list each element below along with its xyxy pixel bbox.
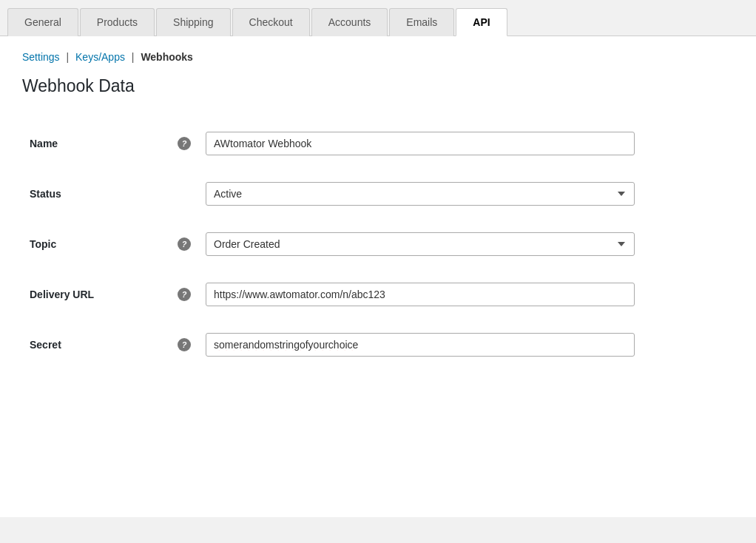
breadcrumb: Settings | Keys/Apps | Webhooks [22,51,734,63]
topic-select[interactable]: Order Created Order Updated Order Delete… [206,232,635,256]
secret-help-cell: ? [170,320,198,370]
delivery-url-help-icon[interactable]: ? [178,288,191,301]
name-help-icon[interactable]: ? [178,137,191,150]
breadcrumb-settings-link[interactable]: Settings [22,51,60,63]
tab-api[interactable]: API [456,8,507,36]
status-input-cell: Active Inactive [198,169,734,219]
main-content: Settings | Keys/Apps | Webhooks Webhook … [0,36,756,517]
status-label: Status [22,169,170,219]
secret-input[interactable] [206,333,635,357]
tab-products[interactable]: Products [80,8,155,36]
status-select[interactable]: Active Inactive [206,182,635,206]
tab-checkout[interactable]: Checkout [232,8,310,36]
status-row: Status Active Inactive [22,169,734,219]
tab-emails[interactable]: Emails [389,8,454,36]
name-input-cell [198,118,734,169]
delivery-url-row: Delivery URL ? [22,269,734,320]
tab-accounts[interactable]: Accounts [311,8,388,36]
name-help-cell: ? [170,118,198,169]
breadcrumb-sep-1: | [66,51,69,63]
secret-input-cell [198,320,734,370]
topic-row: Topic ? Order Created Order Updated Orde… [22,219,734,269]
name-label: Name [22,118,170,169]
breadcrumb-keysapps-link[interactable]: Keys/Apps [75,51,125,63]
topic-help-icon[interactable]: ? [178,237,191,251]
tab-general[interactable]: General [7,8,78,36]
delivery-url-label: Delivery URL [22,269,170,320]
webhook-form: Name ? Status Active Inactive [22,118,734,370]
breadcrumb-current: Webhooks [141,51,193,63]
breadcrumb-sep-2: | [132,51,135,63]
delivery-url-input[interactable] [206,283,635,306]
name-input[interactable] [206,132,635,155]
topic-input-cell: Order Created Order Updated Order Delete… [198,219,734,269]
secret-row: Secret ? [22,320,734,370]
tab-bar: General Products Shipping Checkout Accou… [0,0,756,36]
page-title: Webhook Data [22,76,734,96]
topic-help-cell: ? [170,219,198,269]
status-help-cell [170,169,198,219]
tab-shipping[interactable]: Shipping [156,8,231,36]
name-row: Name ? [22,118,734,169]
secret-label: Secret [22,320,170,370]
secret-help-icon[interactable]: ? [178,338,191,351]
delivery-url-input-cell [198,269,734,320]
topic-label: Topic [22,219,170,269]
delivery-url-help-cell: ? [170,269,198,320]
